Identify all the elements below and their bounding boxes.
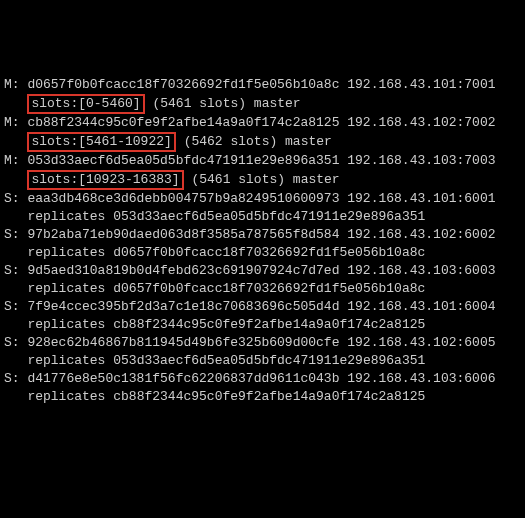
- replicates-line: replicates d0657f0b0fcacc18f70326692fd1f…: [4, 244, 521, 262]
- node-id: 053d33aecf6d5ea05d5bfdc471911e29e896a351: [27, 153, 347, 168]
- replicates-id: 053d33aecf6d5ea05d5bfdc471911e29e896a351: [113, 209, 425, 224]
- replicates-line: replicates cb88f2344c95c0fe9f2afbe14a9a0…: [4, 388, 521, 406]
- indent-space: [4, 96, 27, 111]
- slots-range-highlight: slots:[10923-16383]: [27, 170, 183, 190]
- indent-space: [4, 245, 27, 260]
- node-role: M:: [4, 115, 27, 130]
- replicates-line: replicates cb88f2344c95c0fe9f2afbe14a9a0…: [4, 316, 521, 334]
- node-header: M: cb88f2344c95c0fe9f2afbe14a9a0f174c2a8…: [4, 114, 521, 132]
- replicates-label: replicates: [27, 317, 113, 332]
- node-role: S:: [4, 227, 27, 242]
- slots-tail: (5462 slots) master: [176, 134, 332, 149]
- replicates-id: d0657f0b0fcacc18f70326692fd1f5e056b10a8c: [113, 281, 425, 296]
- replicates-label: replicates: [27, 281, 113, 296]
- slots-line: slots:[5461-10922] (5462 slots) master: [4, 132, 521, 152]
- replicates-label: replicates: [27, 209, 113, 224]
- indent-space: [4, 209, 27, 224]
- node-address: 192.168.43.101:7001: [347, 77, 495, 92]
- node-header: S: 7f9e4ccec395bf2d3a7c1e18c70683696c505…: [4, 298, 521, 316]
- replicates-line: replicates 053d33aecf6d5ea05d5bfdc471911…: [4, 208, 521, 226]
- node-address: 192.168.43.103:6003: [347, 263, 495, 278]
- replicates-id: cb88f2344c95c0fe9f2afbe14a9a0f174c2a8125: [113, 389, 425, 404]
- replicates-label: replicates: [27, 353, 113, 368]
- indent-space: [4, 389, 27, 404]
- node-id: 7f9e4ccec395bf2d3a7c1e18c70683696c505d4d: [27, 299, 347, 314]
- indent-space: [4, 317, 27, 332]
- replicates-line: replicates d0657f0b0fcacc18f70326692fd1f…: [4, 280, 521, 298]
- node-header: M: d0657f0b0fcacc18f70326692fd1f5e056b10…: [4, 76, 521, 94]
- slots-line: slots:[10923-16383] (5461 slots) master: [4, 170, 521, 190]
- indent-space: [4, 172, 27, 187]
- slots-range-highlight: slots:[0-5460]: [27, 94, 144, 114]
- node-address: 192.168.43.102:6002: [347, 227, 495, 242]
- node-header: S: d41776e8e50c1381f56fc62206837dd9611c0…: [4, 370, 521, 388]
- slots-line: slots:[0-5460] (5461 slots) master: [4, 94, 521, 114]
- replicates-id: cb88f2344c95c0fe9f2afbe14a9a0f174c2a8125: [113, 317, 425, 332]
- slots-tail: (5461 slots) master: [145, 96, 301, 111]
- node-address: 192.168.43.101:6004: [347, 299, 495, 314]
- node-role: S:: [4, 191, 27, 206]
- node-address: 192.168.43.102:6005: [347, 335, 495, 350]
- slots-tail: (5461 slots) master: [184, 172, 340, 187]
- replicates-line: replicates 053d33aecf6d5ea05d5bfdc471911…: [4, 352, 521, 370]
- node-role: M:: [4, 153, 27, 168]
- replicates-label: replicates: [27, 389, 113, 404]
- node-id: d0657f0b0fcacc18f70326692fd1f5e056b10a8c: [27, 77, 347, 92]
- node-header: S: 928ec62b46867b811945d49b6fe325b609d00…: [4, 334, 521, 352]
- slots-range-highlight: slots:[5461-10922]: [27, 132, 175, 152]
- node-address: 192.168.43.101:6001: [347, 191, 495, 206]
- indent-space: [4, 353, 27, 368]
- node-id: d41776e8e50c1381f56fc62206837dd9611c043b: [27, 371, 347, 386]
- node-header: S: eaa3db468ce3d6debb004757b9a8249510600…: [4, 190, 521, 208]
- node-address: 192.168.43.103:7003: [347, 153, 495, 168]
- node-id: 928ec62b46867b811945d49b6fe325b609d00cfe: [27, 335, 347, 350]
- node-role: S:: [4, 263, 27, 278]
- terminal-output: M: d0657f0b0fcacc18f70326692fd1f5e056b10…: [4, 76, 521, 406]
- node-header: M: 053d33aecf6d5ea05d5bfdc471911e29e896a…: [4, 152, 521, 170]
- node-header: S: 97b2aba71eb90daed063d8f3585a787565f8d…: [4, 226, 521, 244]
- node-id: 97b2aba71eb90daed063d8f3585a787565f8d584: [27, 227, 347, 242]
- replicates-id: d0657f0b0fcacc18f70326692fd1f5e056b10a8c: [113, 245, 425, 260]
- node-role: S:: [4, 371, 27, 386]
- node-address: 192.168.43.102:7002: [347, 115, 495, 130]
- node-role: S:: [4, 299, 27, 314]
- node-header: S: 9d5aed310a819b0d4febd623c691907924c7d…: [4, 262, 521, 280]
- node-role: S:: [4, 335, 27, 350]
- node-id: 9d5aed310a819b0d4febd623c691907924c7d7ed: [27, 263, 347, 278]
- node-address: 192.168.43.103:6006: [347, 371, 495, 386]
- replicates-id: 053d33aecf6d5ea05d5bfdc471911e29e896a351: [113, 353, 425, 368]
- node-id: cb88f2344c95c0fe9f2afbe14a9a0f174c2a8125: [27, 115, 347, 130]
- indent-space: [4, 281, 27, 296]
- replicates-label: replicates: [27, 245, 113, 260]
- node-role: M:: [4, 77, 27, 92]
- node-id: eaa3db468ce3d6debb004757b9a8249510600973: [27, 191, 347, 206]
- indent-space: [4, 134, 27, 149]
